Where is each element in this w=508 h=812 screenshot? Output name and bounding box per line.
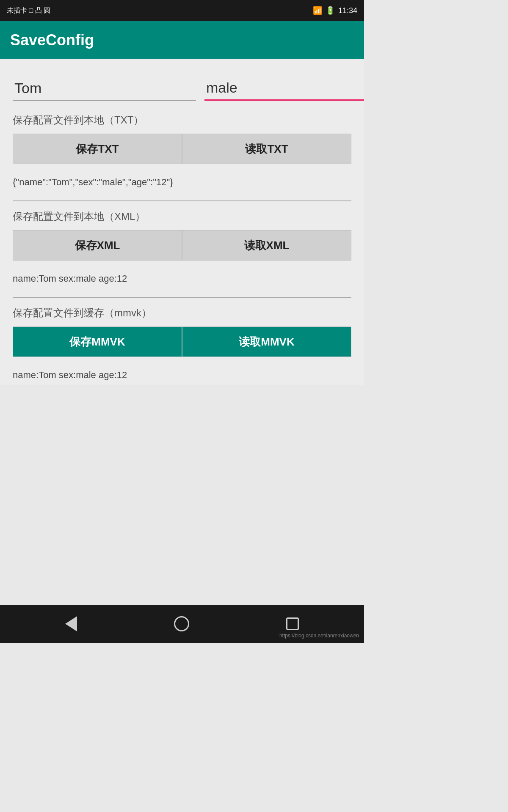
app-bar: SaveConfig — [0, 21, 364, 59]
back-icon — [65, 616, 77, 631]
home-button[interactable] — [174, 616, 189, 631]
content-area: 保存配置文件到本地（TXT） 保存TXT 读取TXT {"name":"Tom"… — [0, 59, 364, 385]
recents-button[interactable] — [286, 617, 299, 630]
mmvk-section-label: 保存配置文件到缓存（mmvk） — [13, 306, 351, 320]
app-title: SaveConfig — [10, 31, 94, 49]
txt-section-label: 保存配置文件到本地（TXT） — [13, 113, 351, 127]
nav-url: https://blog.csdn.net/lanrenxiaowen — [279, 633, 359, 639]
status-left-text: 未插卡 □ 凸 圆 — [7, 6, 50, 15]
back-button[interactable] — [65, 616, 77, 631]
xml-section-label: 保存配置文件到本地（XML） — [13, 210, 351, 223]
sex-input[interactable] — [204, 76, 364, 101]
save-xml-button[interactable]: 保存XML — [13, 230, 182, 261]
save-mmvk-button[interactable]: 保存MMVK — [13, 326, 182, 357]
xml-button-row: 保存XML 读取XML — [13, 230, 351, 261]
battery-icon: 🔋 — [326, 6, 335, 15]
mmvk-button-row: 保存MMVK 读取MMVK — [13, 326, 351, 357]
txt-button-row: 保存TXT 读取TXT — [13, 134, 351, 164]
status-bar: 未插卡 □ 凸 圆 📶 🔋 11:34 — [0, 0, 364, 21]
read-txt-button[interactable]: 读取TXT — [182, 134, 351, 164]
status-right: 📶 🔋 11:34 — [313, 6, 357, 15]
wifi-icon: 📶 — [313, 6, 322, 15]
name-input[interactable] — [13, 76, 196, 101]
status-left: 未插卡 □ 凸 圆 — [7, 6, 50, 15]
save-txt-button[interactable]: 保存TXT — [13, 134, 182, 164]
divider-2 — [13, 297, 351, 298]
divider-1 — [13, 200, 351, 201]
txt-output: {"name":"Tom","sex":"male","age":"12"} — [13, 173, 351, 192]
nav-bar: https://blog.csdn.net/lanrenxiaowen — [0, 605, 364, 643]
read-xml-button[interactable]: 读取XML — [182, 230, 351, 261]
mmvk-output: name:Tom sex:male age:12 — [13, 365, 351, 385]
time-display: 11:34 — [338, 6, 357, 15]
recents-icon — [286, 617, 299, 630]
input-row — [13, 72, 351, 101]
home-icon — [174, 616, 189, 631]
read-mmvk-button[interactable]: 读取MMVK — [182, 326, 351, 357]
xml-output: name:Tom sex:male age:12 — [13, 269, 351, 288]
